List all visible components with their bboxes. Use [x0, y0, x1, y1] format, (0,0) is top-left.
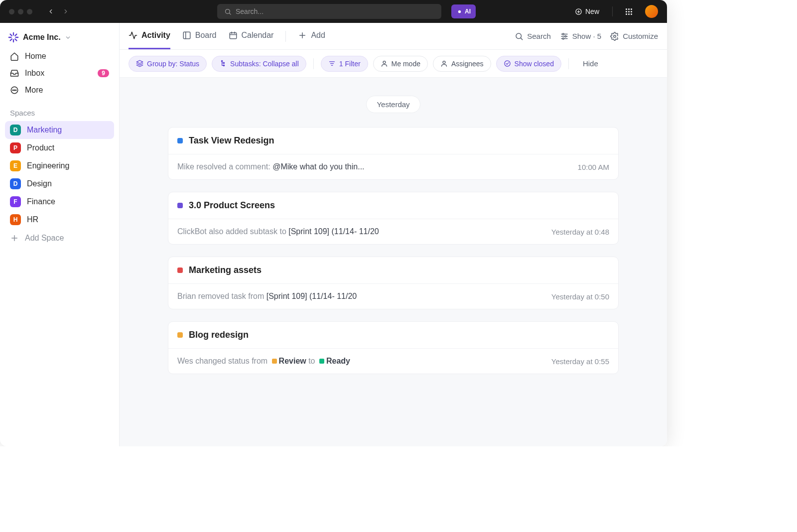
add-space-button[interactable]: Add Space — [5, 229, 114, 248]
sidebar-space-marketing[interactable]: DMarketing — [5, 121, 114, 139]
timestamp: 10:00 AM — [578, 163, 609, 171]
forward-icon[interactable] — [62, 8, 69, 15]
space-badge: H — [10, 214, 21, 225]
chip-show-closed[interactable]: Show closed — [496, 56, 561, 72]
svg-point-35 — [562, 38, 564, 39]
search-icon — [515, 32, 524, 41]
sidebar-space-product[interactable]: PProduct — [5, 139, 114, 157]
activity-icon — [129, 31, 137, 40]
filter-icon — [328, 60, 336, 67]
space-label: Product — [27, 143, 54, 152]
status-indicator — [177, 267, 183, 273]
timestamp: Yesterday at 0:48 — [551, 228, 609, 236]
nav-inbox[interactable]: Inbox 9 — [5, 65, 114, 82]
svg-line-11 — [15, 39, 16, 40]
space-badge: E — [10, 160, 21, 171]
search-placeholder: Search... — [236, 7, 264, 15]
customize-button[interactable]: Customize — [610, 32, 658, 41]
activity-card[interactable]: 3.0 Product Screens ClickBot also added … — [168, 192, 619, 245]
chip-group-by[interactable]: Group by: Status — [129, 56, 207, 72]
svg-line-1 — [229, 13, 231, 14]
svg-point-17 — [15, 90, 16, 91]
card-title: Blog redesign — [189, 330, 249, 340]
new-button[interactable]: New — [575, 7, 599, 15]
tab-calendar[interactable]: Calendar — [229, 23, 274, 49]
tab-activity[interactable]: Activity — [129, 23, 170, 49]
chip-subtasks[interactable]: Subtasks: Collapse all — [212, 56, 306, 72]
chip-me-mode[interactable]: Me mode — [373, 56, 428, 72]
activity-feed: Yesterday Task View Redesign Mike resolv… — [120, 78, 667, 446]
sidebar-space-design[interactable]: DDesign — [5, 175, 114, 193]
space-label: Engineering — [27, 161, 69, 170]
window-controls[interactable] — [9, 9, 32, 14]
workspace-switcher[interactable]: Acme Inc. — [5, 30, 114, 48]
space-badge: F — [10, 196, 21, 207]
spaces-label: Spaces — [5, 99, 114, 121]
logo-icon — [8, 32, 19, 43]
status-indicator — [177, 138, 183, 143]
chip-filter[interactable]: 1 Filter — [321, 56, 368, 72]
tab-board[interactable]: Board — [182, 23, 217, 49]
svg-rect-20 — [183, 32, 190, 39]
app-window: Search... AI New Acme Inc. Home — [0, 0, 667, 446]
show-columns-button[interactable]: Show · 5 — [560, 32, 601, 41]
space-label: Finance — [27, 197, 55, 206]
chevron-down-icon — [65, 34, 71, 41]
status-indicator — [177, 332, 183, 338]
svg-line-10 — [10, 34, 12, 36]
home-icon — [10, 52, 19, 61]
person-icon — [440, 60, 448, 67]
space-label: Design — [27, 179, 52, 188]
sidebar-space-engineering[interactable]: EEngineering — [5, 157, 114, 175]
search-button[interactable]: Search — [515, 32, 551, 41]
ai-button[interactable]: AI — [451, 4, 476, 18]
plus-circle-icon — [575, 8, 582, 15]
chip-assignees[interactable]: Assignees — [433, 56, 491, 72]
card-title: 3.0 Product Screens — [189, 200, 275, 211]
workspace-name: Acme Inc. — [23, 33, 61, 42]
nav-home[interactable]: Home — [5, 48, 114, 65]
ai-icon — [456, 8, 463, 15]
content-area: Activity Board Calendar Add — [120, 23, 667, 446]
svg-point-33 — [562, 33, 564, 35]
space-badge: D — [10, 178, 21, 189]
plus-icon — [10, 234, 19, 243]
svg-point-15 — [12, 90, 13, 91]
svg-point-36 — [614, 35, 616, 37]
hide-button[interactable]: Hide — [583, 59, 598, 68]
card-title: Marketing assets — [189, 265, 262, 275]
person-icon — [381, 60, 388, 67]
activity-card[interactable]: Blog redesign Wes changed status from Re… — [168, 321, 619, 374]
timestamp: Yesterday at 0:50 — [551, 292, 609, 301]
sidebar-space-hr[interactable]: HHR — [5, 211, 114, 229]
filter-bar: Group by: Status Subtasks: Collapse all … — [120, 50, 667, 78]
apps-grid-icon[interactable] — [626, 8, 632, 15]
calendar-icon — [229, 31, 238, 40]
board-icon — [182, 31, 191, 40]
back-icon[interactable] — [47, 8, 54, 15]
tab-add-view[interactable]: Add — [298, 23, 325, 49]
nav-more[interactable]: More — [5, 82, 114, 99]
svg-point-34 — [565, 35, 566, 37]
timestamp: Yesterday at 0:55 — [551, 357, 609, 366]
svg-marker-37 — [136, 60, 143, 63]
inbox-badge: 9 — [98, 69, 109, 77]
user-avatar[interactable] — [645, 5, 658, 18]
space-label: Marketing — [27, 126, 62, 134]
space-label: HR — [27, 215, 38, 224]
subtask-icon — [219, 60, 227, 67]
svg-line-29 — [521, 38, 523, 39]
svg-point-44 — [383, 61, 386, 64]
svg-point-16 — [14, 90, 15, 91]
layers-icon — [136, 60, 143, 67]
date-pill: Yesterday — [366, 96, 420, 113]
search-input[interactable]: Search... — [217, 4, 441, 19]
sidebar: Acme Inc. Home Inbox 9 More Spaces DMark… — [0, 23, 120, 446]
sidebar-space-finance[interactable]: FFinance — [5, 193, 114, 211]
activity-card[interactable]: Task View Redesign Mike resolved a comme… — [168, 127, 619, 180]
status-indicator — [177, 203, 183, 208]
svg-line-12 — [10, 39, 12, 40]
history-nav — [47, 8, 69, 15]
activity-card[interactable]: Marketing assets Brian removed task from… — [168, 257, 619, 309]
svg-point-46 — [504, 61, 510, 66]
